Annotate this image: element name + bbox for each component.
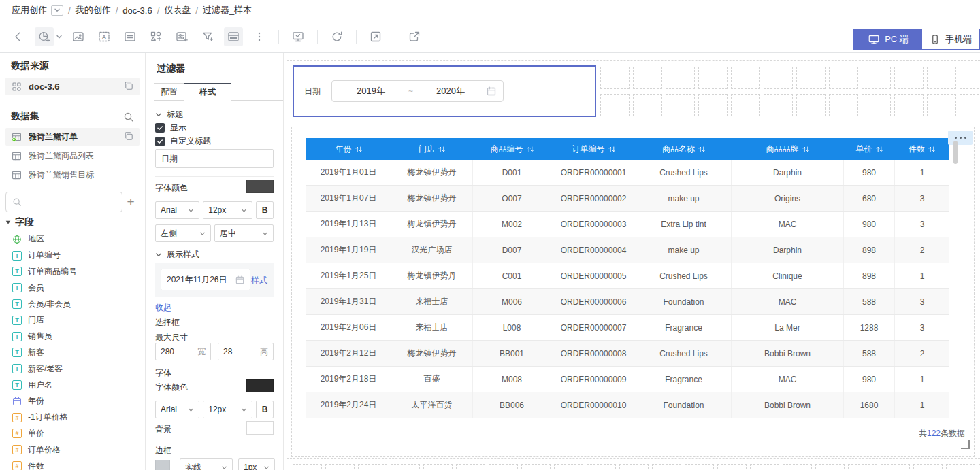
- collapse-link[interactable]: 收起: [155, 303, 172, 312]
- custom-title-checkbox-row[interactable]: 自定义标题: [155, 135, 274, 147]
- bold-button[interactable]: B: [256, 201, 274, 219]
- column-header[interactable]: 门店: [391, 138, 473, 160]
- tab-config[interactable]: 配置: [154, 83, 184, 101]
- sort-icon[interactable]: [438, 146, 446, 153]
- checkbox-checked-icon[interactable]: [155, 123, 165, 133]
- background-color-swatch[interactable]: [246, 421, 274, 435]
- breadcrumb-item[interactable]: 我的创作: [76, 4, 111, 16]
- font-size-select[interactable]: 12px: [203, 401, 252, 418]
- widget-more-menu[interactable]: [948, 131, 973, 145]
- fullscreen-button[interactable]: [366, 27, 385, 46]
- sort-icon[interactable]: [876, 146, 883, 153]
- display-style-header[interactable]: 展示样式: [155, 249, 274, 261]
- add-field-button[interactable]: +: [123, 192, 138, 212]
- breadcrumb-item[interactable]: doc-3.6: [122, 5, 152, 16]
- sort-icon[interactable]: [802, 146, 810, 153]
- field-item[interactable]: 地区: [0, 231, 145, 248]
- border-color-swatch[interactable]: [155, 460, 170, 470]
- sort-icon[interactable]: [527, 146, 534, 153]
- field-item[interactable]: T门店: [0, 312, 145, 329]
- show-title-checkbox-row[interactable]: 显示: [155, 122, 274, 133]
- field-item[interactable]: #件数: [0, 458, 145, 470]
- more-tools-button[interactable]: [250, 27, 269, 46]
- title-section-header[interactable]: 标题: [155, 109, 274, 120]
- table-widget[interactable]: 年份门店商品编号订单编号商品名称商品品牌单价件数 2019年1月01日梅龙镇伊势…: [291, 127, 975, 457]
- field-item[interactable]: T新客: [0, 345, 145, 361]
- field-search-box[interactable]: [5, 192, 122, 212]
- tab-style[interactable]: 样式: [184, 83, 231, 101]
- sort-icon[interactable]: [355, 146, 363, 153]
- width-input[interactable]: 280宽: [155, 343, 211, 360]
- checkbox-checked-icon[interactable]: [155, 137, 165, 146]
- font-size-select[interactable]: 12px: [203, 201, 252, 219]
- mobile-view-button[interactable]: 手机端: [922, 29, 979, 49]
- font-color-swatch[interactable]: [246, 379, 274, 392]
- breadcrumb-item[interactable]: 仪表盘: [164, 4, 191, 16]
- h-align-select[interactable]: 左侧: [155, 224, 211, 242]
- font-family-select[interactable]: Arial: [155, 401, 199, 418]
- sort-icon[interactable]: [698, 146, 706, 153]
- add-shape-button[interactable]: [146, 27, 165, 46]
- column-header[interactable]: 件数: [895, 138, 949, 160]
- breadcrumb-dropdown[interactable]: [51, 5, 63, 16]
- date-filter-widget[interactable]: 日期 2019年 ~ 2020年: [293, 65, 596, 117]
- column-header[interactable]: 单价: [844, 138, 895, 160]
- column-header[interactable]: 订单编号: [551, 138, 636, 160]
- field-item[interactable]: #-1订单价格: [0, 409, 145, 426]
- height-input[interactable]: 28高: [218, 343, 274, 360]
- switch-dataset-icon[interactable]: [123, 131, 134, 144]
- add-filter-button[interactable]: [198, 27, 217, 46]
- field-item[interactable]: T销售员: [0, 329, 145, 345]
- fields-section-header[interactable]: 字段: [5, 216, 34, 229]
- end-date-value[interactable]: 2020年: [414, 85, 487, 97]
- border-width-select[interactable]: 1px: [238, 458, 275, 470]
- field-item[interactable]: T会员: [0, 280, 145, 296]
- sort-icon[interactable]: [608, 146, 616, 153]
- field-item[interactable]: #单价: [0, 426, 145, 442]
- datasource-item[interactable]: doc-3.6: [5, 78, 140, 95]
- dataset-item[interactable]: 雅诗兰黛订单: [5, 128, 140, 146]
- add-table-button[interactable]: [224, 27, 243, 46]
- switch-datasource-icon[interactable]: [123, 80, 134, 93]
- share-button[interactable]: [405, 27, 424, 46]
- border-style-select[interactable]: 实线: [180, 458, 233, 470]
- field-item[interactable]: T用户名: [0, 377, 145, 393]
- field-item[interactable]: #订单价格: [0, 441, 145, 458]
- bold-button[interactable]: B: [256, 401, 274, 418]
- back-button[interactable]: [9, 27, 28, 46]
- field-item[interactable]: T订单商品编号: [0, 264, 145, 280]
- date-style-input[interactable]: 2021年11月26日: [161, 269, 250, 290]
- font-family-select[interactable]: Arial: [155, 201, 199, 219]
- title-text-input[interactable]: [155, 149, 274, 168]
- dataset-item[interactable]: 雅诗兰黛商品列表: [5, 147, 140, 165]
- column-header[interactable]: 商品品牌: [732, 138, 844, 160]
- pc-view-button[interactable]: PC 端: [854, 29, 922, 49]
- field-item[interactable]: T订单编号: [0, 248, 145, 264]
- add-control-button[interactable]: [172, 27, 191, 46]
- add-text-button[interactable]: A: [95, 27, 114, 46]
- breadcrumb-item[interactable]: 过滤器_样本: [203, 4, 252, 16]
- resize-handle[interactable]: [961, 440, 970, 449]
- field-item[interactable]: 年份: [0, 393, 145, 409]
- field-search-input[interactable]: [26, 197, 116, 207]
- refresh-button[interactable]: [327, 27, 346, 46]
- preview-button[interactable]: [289, 27, 308, 46]
- sort-icon[interactable]: [928, 146, 936, 153]
- field-item[interactable]: T新客/老客: [0, 360, 145, 377]
- breadcrumb-app[interactable]: 应用创作: [12, 4, 47, 16]
- v-align-select[interactable]: 居中: [214, 224, 274, 242]
- dataset-search-icon[interactable]: [123, 112, 134, 124]
- chart-type-dropdown[interactable]: [54, 27, 64, 46]
- start-date-value[interactable]: 2019年: [335, 85, 407, 97]
- add-image-button[interactable]: [69, 27, 88, 46]
- style-link[interactable]: 样式: [251, 275, 267, 286]
- dataset-item[interactable]: 雅诗兰黛销售目标: [5, 166, 140, 184]
- column-header[interactable]: 年份: [306, 138, 391, 160]
- column-header[interactable]: 商品名称: [636, 138, 732, 160]
- field-item[interactable]: T会员/非会员: [0, 296, 145, 312]
- add-chart-button[interactable]: [35, 27, 54, 46]
- date-range-input[interactable]: 2019年 ~ 2020年: [331, 80, 504, 102]
- add-form-button[interactable]: [120, 27, 140, 46]
- table-scrollbar[interactable]: [953, 141, 958, 164]
- font-color-swatch[interactable]: [246, 180, 274, 193]
